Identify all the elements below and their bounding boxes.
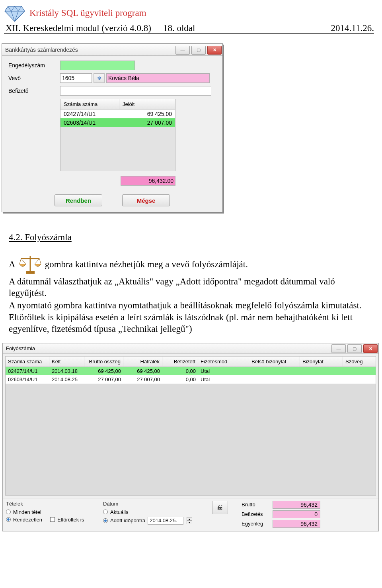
page-header: Kristály SQL ügyviteli program XII. Kere… <box>0 0 382 36</box>
grid-row[interactable]: 02427/14/U1 2014.03.18 69 425,00 69 425,… <box>6 367 376 375</box>
para1-before: A <box>9 259 16 270</box>
para1-after: gombra kattintva nézhetjük meg a vevő fo… <box>45 259 248 270</box>
col-bizonylat: Bizonylat <box>300 357 343 367</box>
cell <box>343 367 376 375</box>
radio-icon <box>103 510 108 514</box>
radio-adott[interactable]: Adott időpontra ▴▾ <box>103 517 199 525</box>
col-hatralek: Hátralék <box>123 357 162 367</box>
egyenleg-label: Egyenleg <box>242 521 269 527</box>
vevo-number-input[interactable] <box>60 73 92 83</box>
grid-empty-area <box>6 384 376 495</box>
cell: 69 425,00 <box>123 367 162 375</box>
radio-icon <box>103 518 108 523</box>
checkbox-label: Eltöröltek is <box>57 517 84 523</box>
cell-jelolt: 27 007,00 <box>119 118 175 127</box>
cell <box>343 375 376 384</box>
module-line: XII. Kereskedelmi modul (verzió 4.0.8) <box>6 23 151 33</box>
diamond-icon <box>4 4 25 22</box>
cancel-button[interactable]: Mégse <box>122 194 170 206</box>
cell <box>300 367 343 375</box>
cell: 2014.03.18 <box>49 367 84 375</box>
radio-label: Adott időpontra <box>110 517 145 523</box>
radio-label: Minden tétel <box>13 509 41 515</box>
cell: 0,00 <box>162 367 198 375</box>
titlebar: Bankkártyás számlarendezés — ▢ ✕ <box>2 44 222 56</box>
maximize-button[interactable]: ▢ <box>347 344 362 353</box>
cell-szamla: 02603/14/U1 <box>60 118 119 127</box>
auth-input[interactable] <box>60 61 135 70</box>
invoice-grid: Számla száma Jelölt 02427/14/U1 69 425,0… <box>60 99 175 171</box>
window2-title: Folyószámla <box>6 345 35 351</box>
header-date: 2014.11.26. <box>331 23 374 33</box>
col-jelolt: Jelölt <box>119 99 175 109</box>
date-input[interactable] <box>148 517 183 525</box>
auth-label: Engedélyszám <box>8 62 60 69</box>
grid-row[interactable]: 02603/14/U1 2014.08.25 27 007,00 27 007,… <box>6 375 376 384</box>
befizetes-value <box>273 510 320 518</box>
svg-line-4 <box>21 259 26 264</box>
brutto-label: Bruttó <box>242 502 269 508</box>
checkbox-eltoroltek[interactable]: Eltöröltek is <box>50 517 84 523</box>
radio-minden[interactable]: Minden tétel <box>6 509 94 515</box>
cell-szamla: 02427/14/U1 <box>60 110 119 118</box>
radio-icon <box>6 510 11 514</box>
cell: 02603/14/U1 <box>6 375 49 384</box>
close-button[interactable]: ✕ <box>207 46 222 55</box>
befizeto-input[interactable] <box>60 86 211 96</box>
close-button[interactable]: ✕ <box>363 344 378 353</box>
cell-jelolt: 69 425,00 <box>119 110 175 118</box>
lookup-button[interactable]: ❄ <box>94 73 105 83</box>
cell: 69 425,00 <box>84 367 123 375</box>
col-fizmod: Fizetésmód <box>198 357 249 367</box>
brutto-value <box>273 501 320 509</box>
col-szamla: Számla száma <box>6 357 49 367</box>
dialog-folyoszamla: Folyószámla — ▢ ✕ Számla száma Kelt Brut… <box>2 343 379 531</box>
befizeto-label: Befizető <box>8 88 60 94</box>
cell: Utal <box>198 367 249 375</box>
grid-row[interactable]: 02427/14/U1 69 425,00 <box>60 110 175 118</box>
col-belso: Belső bizonylat <box>249 357 300 367</box>
grid-empty-area <box>60 127 175 171</box>
cell <box>249 375 300 384</box>
software-title: Kristály SQL ügyviteli program <box>29 8 146 18</box>
cell: 27 007,00 <box>84 375 123 384</box>
col-szoveg: Szöveg <box>343 357 376 367</box>
befizetes-label: Befizetés <box>242 511 269 517</box>
svg-line-6 <box>39 259 41 264</box>
cell <box>249 367 300 375</box>
section-heading: 4.2. Folyószámla <box>9 232 382 243</box>
date-spinner[interactable]: ▴▾ <box>187 517 192 524</box>
datum-label: Dátum <box>103 501 199 507</box>
radio-icon <box>6 517 11 522</box>
cell <box>300 375 343 384</box>
radio-label: Rendezetlen <box>13 517 42 523</box>
vevo-label: Vevő <box>8 75 60 81</box>
svg-marker-0 <box>5 6 25 22</box>
col-szamla: Számla száma <box>60 99 119 109</box>
ok-button[interactable]: Rendben <box>55 194 102 206</box>
dialog-bankcard-settlement: Bankkártyás számlarendezés — ▢ ✕ Engedél… <box>2 43 223 212</box>
vevo-name-input[interactable] <box>106 73 210 83</box>
radio-aktualis[interactable]: Aktuális <box>103 509 199 515</box>
print-button[interactable]: 🖨 <box>212 501 228 514</box>
cell: Utal <box>198 375 249 384</box>
tetelek-label: Tételek <box>6 501 94 507</box>
checkbox-icon <box>50 517 55 522</box>
col-befizetett: Befizetett <box>162 357 198 367</box>
svg-line-3 <box>19 259 21 264</box>
radio-label: Aktuális <box>110 509 129 515</box>
para2: A dátumnál választhatjuk az „Aktuális" v… <box>9 276 372 299</box>
grid-row[interactable]: 02603/14/U1 27 007,00 <box>60 118 175 127</box>
window-title: Bankkártyás számlarendezés <box>5 47 78 53</box>
page-number: 18. oldal <box>163 23 195 33</box>
printer-icon: 🖨 <box>216 503 224 512</box>
cell: 27 007,00 <box>123 375 162 384</box>
cell: 0,00 <box>162 375 198 384</box>
cell: 02427/14/U1 <box>6 367 49 375</box>
minimize-button[interactable]: — <box>331 344 346 353</box>
total-input <box>121 176 175 186</box>
minimize-button[interactable]: — <box>175 46 190 55</box>
radio-rendezetlen[interactable]: Rendezetlen <box>6 517 42 523</box>
maximize-button[interactable]: ▢ <box>191 46 206 55</box>
col-kelt: Kelt <box>49 357 84 367</box>
